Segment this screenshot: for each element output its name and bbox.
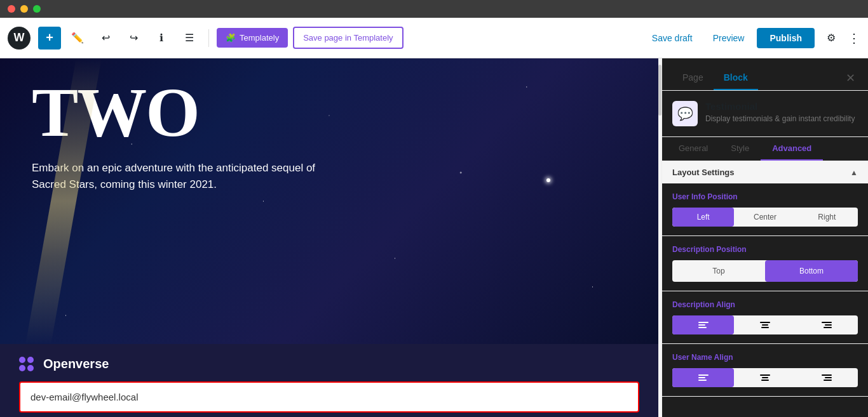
wordpress-logo[interactable]: W xyxy=(8,27,31,50)
pen-tool-button[interactable]: ✏️ xyxy=(66,27,89,50)
description-align-row: Description Align xyxy=(662,291,868,344)
align-center-icon xyxy=(760,321,770,329)
sub-tabs: General Style Advanced xyxy=(662,137,868,161)
settings-panel: Layout Settings ▲ User Info Position Lef… xyxy=(662,161,868,417)
preview-label: Preview xyxy=(713,33,745,43)
publish-label: Publish xyxy=(770,33,802,43)
block-icon: 💬 xyxy=(672,101,698,126)
save-page-templately-button[interactable]: Save page in Templately xyxy=(293,27,403,49)
username-align-left[interactable] xyxy=(672,368,734,387)
tab-block[interactable]: Block xyxy=(714,66,758,90)
username-align-right-icon xyxy=(822,373,832,382)
logo-dot-4 xyxy=(27,365,34,371)
user-name-align-row: User Name Align xyxy=(662,344,868,397)
save-draft-label: Save draft xyxy=(652,33,693,43)
undo-button[interactable]: ↩ xyxy=(94,27,117,50)
publish-button[interactable]: Publish xyxy=(757,28,815,48)
redo-button[interactable]: ↪ xyxy=(122,27,145,50)
canvas-content: TWO Embark on an epic adventure with the… xyxy=(0,58,658,417)
undo-icon: ↩ xyxy=(102,32,110,44)
layout-settings-title: Layout Settings xyxy=(672,168,735,177)
user-info-center-option[interactable]: Center xyxy=(734,208,796,227)
logo-dot-2 xyxy=(27,357,34,363)
sidebar-wrapper: Page Block ✕ 💬 Testimonial Display testi… xyxy=(658,58,868,417)
user-name-align-label: User Name Align xyxy=(672,353,858,362)
openverse-header: Openverse xyxy=(19,357,639,371)
save-templately-label: Save page in Templately xyxy=(303,33,393,43)
user-info-position-control: Left Center Right xyxy=(672,208,858,227)
openverse-name: Openverse xyxy=(43,357,109,371)
desc-bottom-option[interactable]: Bottom xyxy=(765,260,858,282)
title-bar xyxy=(0,0,868,18)
logo-dot-1 xyxy=(19,357,25,363)
block-description: Display testimonials & gain instant cred… xyxy=(705,114,855,124)
description-position-control: Top Bottom xyxy=(672,260,858,282)
desc-align-center[interactable] xyxy=(734,315,796,334)
block-info: 💬 Testimonial Display testimonials & gai… xyxy=(662,91,868,137)
username-align-left-icon xyxy=(698,373,709,382)
user-info-position-row: User Info Position Left Center Right xyxy=(662,183,868,236)
desc-top-option[interactable]: Top xyxy=(672,260,765,282)
user-info-left-option[interactable]: Left xyxy=(672,208,734,227)
hero-subtitle: Embark on an epic adventure with the ant… xyxy=(32,160,349,192)
list-icon: ☰ xyxy=(185,32,194,44)
username-align-right[interactable] xyxy=(796,368,858,387)
bright-star xyxy=(546,178,550,182)
list-view-button[interactable]: ☰ xyxy=(178,27,201,50)
close-sidebar-button[interactable]: ✕ xyxy=(843,71,858,85)
description-position-label: Description Position xyxy=(672,245,858,254)
templately-icon: 🧩 xyxy=(226,33,236,43)
add-block-button[interactable]: + xyxy=(38,27,61,50)
preview-button[interactable]: Preview xyxy=(705,28,752,48)
chevron-up-icon: ▲ xyxy=(850,168,858,177)
user-info-right-option[interactable]: Right xyxy=(796,208,858,227)
toolbar: W + ✏️ ↩ ↪ ℹ ☰ 🧩 Templately Save page in… xyxy=(0,18,868,58)
sidebar: Page Block ✕ 💬 Testimonial Display testi… xyxy=(662,58,868,417)
align-left-icon xyxy=(698,321,709,329)
layout-settings-header[interactable]: Layout Settings ▲ xyxy=(662,161,868,183)
description-position-row: Description Position Top Bottom xyxy=(662,236,868,291)
openverse-logo xyxy=(19,357,37,371)
sub-tab-general[interactable]: General xyxy=(667,137,719,161)
openverse-section: Openverse Generate API Key xyxy=(0,344,658,417)
save-draft-button[interactable]: Save draft xyxy=(644,28,700,48)
traffic-light-yellow[interactable] xyxy=(20,5,28,13)
info-icon: ℹ xyxy=(159,32,163,44)
sidebar-scroll-thumb xyxy=(658,65,661,116)
ellipsis-icon: ⋮ xyxy=(848,31,860,45)
traffic-light-green[interactable] xyxy=(33,5,41,13)
email-field[interactable] xyxy=(19,381,639,413)
gear-icon: ⚙ xyxy=(827,32,836,44)
description-align-control xyxy=(672,315,858,334)
add-icon: + xyxy=(46,30,53,45)
templately-button[interactable]: 🧩 Templately xyxy=(217,28,288,48)
logo-dot-3 xyxy=(19,365,25,371)
block-details: Testimonial Display testimonials & gain … xyxy=(705,101,855,124)
toolbar-divider xyxy=(208,29,209,47)
block-title: Testimonial xyxy=(705,101,855,112)
user-info-position-label: User Info Position xyxy=(672,192,858,201)
close-icon: ✕ xyxy=(846,72,855,84)
desc-align-left[interactable] xyxy=(672,315,734,334)
desc-align-right[interactable] xyxy=(796,315,858,334)
align-right-icon xyxy=(822,321,832,329)
templately-label: Templately xyxy=(240,33,279,43)
canvas-area: TWO Embark on an epic adventure with the… xyxy=(0,58,658,417)
sidebar-header: Page Block ✕ xyxy=(662,58,868,91)
settings-button[interactable]: ⚙ xyxy=(820,27,843,50)
info-button[interactable]: ℹ xyxy=(150,27,173,50)
description-align-label: Description Align xyxy=(672,300,858,309)
more-options-button[interactable]: ⋮ xyxy=(848,30,860,46)
hero-section: TWO Embark on an epic adventure with the… xyxy=(0,58,658,344)
tab-page[interactable]: Page xyxy=(672,66,714,90)
sidebar-scrollbar[interactable] xyxy=(658,58,662,417)
traffic-light-red[interactable] xyxy=(8,5,15,13)
main-area: TWO Embark on an epic adventure with the… xyxy=(0,58,868,417)
redo-icon: ↪ xyxy=(130,32,138,44)
user-name-align-control xyxy=(672,368,858,387)
testimonial-icon: 💬 xyxy=(677,106,693,121)
sub-tab-style[interactable]: Style xyxy=(719,137,761,161)
username-align-center[interactable] xyxy=(734,368,796,387)
sub-tab-advanced[interactable]: Advanced xyxy=(761,137,823,161)
hero-title: TWO xyxy=(32,77,627,147)
